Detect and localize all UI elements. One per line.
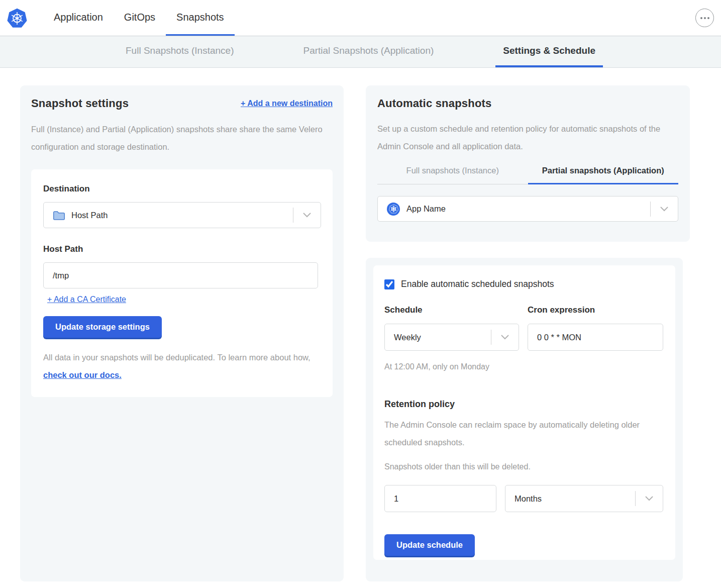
retention-unit-select[interactable]: Months <box>505 485 663 512</box>
automatic-snapshots-card: Automatic snapshots Set up a custom sche… <box>366 85 690 242</box>
schedule-panel: Enable automatic scheduled snapshots Sch… <box>373 265 675 560</box>
subtab-settings-schedule[interactable]: Settings & Schedule <box>495 36 603 67</box>
cron-hint: At 12:00 AM, only on Monday <box>384 358 489 375</box>
subtab-partial-snapshots[interactable]: Partial Snapshots (Application) <box>295 36 441 67</box>
right-column: Automatic snapshots Set up a custom sche… <box>366 85 690 581</box>
snapshot-settings-title: Snapshot settings <box>31 97 129 110</box>
schedule-select[interactable]: Weekly <box>384 324 519 351</box>
schedule-card: Enable automatic scheduled snapshots Sch… <box>366 258 683 581</box>
chevron-down-icon <box>651 207 678 212</box>
cron-expression-label: Cron expression <box>528 305 663 315</box>
update-schedule-button[interactable]: Update schedule <box>384 534 475 556</box>
retention-controls: Months <box>384 485 663 512</box>
retention-policy-description: The Admin Console can reclaim space by a… <box>384 416 664 451</box>
automatic-snapshots-title: Automatic snapshots <box>377 97 678 110</box>
tab-application-label: Application <box>54 12 103 23</box>
host-path-label: Host Path <box>43 244 321 254</box>
top-nav: Application GitOps Snapshots <box>0 0 721 36</box>
app-select[interactable]: App Name <box>377 196 678 222</box>
main-nav-tabs: Application GitOps Snapshots <box>43 0 235 36</box>
more-options-button[interactable] <box>695 9 714 27</box>
add-destination-link[interactable]: + Add a new destination <box>241 99 333 108</box>
subtab-full-snapshots-label: Full Snapshots (Instance) <box>126 45 234 56</box>
retention-unit-value: Months <box>514 494 635 504</box>
tab-application[interactable]: Application <box>43 0 114 36</box>
subtab-full-snapshots[interactable]: Full Snapshots (Instance) <box>118 36 241 67</box>
app-icon <box>387 203 400 216</box>
chevron-down-icon <box>636 496 663 501</box>
app-select-value: App Name <box>406 204 650 214</box>
tab-partial-snapshots-application[interactable]: Partial snapshots (Application) <box>528 166 679 184</box>
storage-settings-panel: Destination Host Path Host Path + Add a … <box>31 169 333 397</box>
tab-full-snapshots-instance[interactable]: Full snapshots (Instance) <box>377 166 528 184</box>
host-path-input[interactable] <box>43 262 318 288</box>
subtab-partial-snapshots-label: Partial Snapshots (Application) <box>303 45 434 56</box>
enable-snapshots-row: Enable automatic scheduled snapshots <box>384 279 554 289</box>
retention-hint: Snapshots older than this will be delete… <box>384 458 531 475</box>
chevron-down-icon <box>293 213 321 218</box>
tab-gitops[interactable]: GitOps <box>114 0 166 36</box>
schedule-label: Schedule <box>384 305 519 315</box>
destination-select[interactable]: Host Path <box>43 202 321 228</box>
snapshot-settings-description: Full (Instance) and Partial (Application… <box>31 121 333 156</box>
destination-select-value: Host Path <box>71 211 293 220</box>
retention-value-input[interactable] <box>384 485 496 512</box>
tab-snapshots[interactable]: Snapshots <box>166 0 235 36</box>
retention-policy-title: Retention policy <box>384 399 455 410</box>
snapshot-type-tabs: Full snapshots (Instance) Partial snapsh… <box>377 166 678 184</box>
folder-icon <box>53 210 65 221</box>
content: Snapshot settings + Add a new destinatio… <box>0 68 721 581</box>
tab-full-snapshots-instance-label: Full snapshots (Instance) <box>406 166 499 175</box>
dedup-note-text: All data in your snapshots will be dedup… <box>43 353 311 362</box>
snapshot-settings-card: Snapshot settings + Add a new destinatio… <box>20 85 344 581</box>
cron-expression-input[interactable] <box>528 324 663 351</box>
kubernetes-logo-icon <box>7 7 27 29</box>
tab-snapshots-label: Snapshots <box>176 12 224 23</box>
enable-snapshots-label: Enable automatic scheduled snapshots <box>401 279 554 289</box>
update-storage-settings-button[interactable]: Update storage settings <box>43 316 162 338</box>
snapshots-subnav: Full Snapshots (Instance) Partial Snapsh… <box>0 36 721 68</box>
tab-partial-snapshots-application-label: Partial snapshots (Application) <box>542 166 664 175</box>
enable-snapshots-checkbox[interactable] <box>384 279 394 289</box>
automatic-snapshots-description: Set up a custom schedule and retention p… <box>377 120 678 155</box>
subtab-settings-schedule-label: Settings & Schedule <box>503 45 595 56</box>
tab-gitops-label: GitOps <box>124 12 155 23</box>
add-ca-certificate-link[interactable]: + Add a CA Certificate <box>47 295 126 304</box>
schedule-cron-grid: Schedule Weekly Cron expression <box>384 305 663 351</box>
ellipsis-icon <box>700 17 702 19</box>
schedule-select-value: Weekly <box>394 333 491 342</box>
docs-link[interactable]: check out our docs. <box>43 370 122 379</box>
chevron-down-icon <box>491 335 519 340</box>
dedup-note: All data in your snapshots will be dedup… <box>43 349 321 384</box>
destination-label: Destination <box>43 184 321 194</box>
